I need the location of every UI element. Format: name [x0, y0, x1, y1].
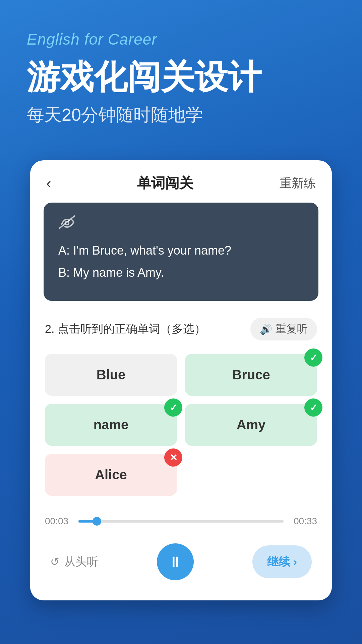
- restart-icon: ↺: [50, 555, 59, 568]
- restart-button[interactable]: ↺ 从头听: [50, 554, 98, 570]
- audio-row: 00:03 00:33: [30, 499, 332, 533]
- dialogue-box: A: I'm Bruce, what's your name? B: My na…: [44, 203, 318, 301]
- progress-track[interactable]: [78, 520, 284, 523]
- total-time: 00:33: [290, 516, 317, 527]
- answer-bruce[interactable]: Bruce ✓: [185, 354, 317, 396]
- current-time: 00:03: [45, 516, 72, 527]
- card-title: 单词闯关: [137, 174, 193, 193]
- answer-name[interactable]: name ✓: [45, 404, 177, 446]
- restart-label: 从头听: [64, 554, 98, 570]
- answer-alice[interactable]: Alice ✕: [45, 454, 177, 496]
- dialogue-line-1: A: I'm Bruce, what's your name?: [58, 241, 304, 260]
- pause-button[interactable]: ⏸: [157, 543, 194, 580]
- wrong-badge-alice: ✕: [164, 448, 182, 467]
- correct-badge-bruce: ✓: [304, 348, 322, 367]
- repeat-button[interactable]: 🔊 重复听: [250, 318, 317, 340]
- app-subtitle: English for Career: [27, 30, 335, 48]
- retry-button[interactable]: 重新练: [280, 175, 316, 192]
- answer-blue[interactable]: Blue: [45, 354, 177, 396]
- answer-amy[interactable]: Amy ✓: [185, 404, 317, 446]
- correct-badge-amy: ✓: [304, 398, 322, 417]
- progress-thumb: [93, 517, 101, 526]
- dialogue-line-2: B: My name is Amy.: [58, 263, 304, 282]
- pause-icon: ⏸: [168, 553, 183, 570]
- main-card: ‹ 单词闯关 重新练 A: I'm Bruce, what's your nam…: [30, 160, 332, 600]
- svg-point-1: [65, 221, 69, 225]
- repeat-label: 重复听: [276, 322, 308, 336]
- app-tagline: 每天20分钟随时随地学: [27, 103, 335, 127]
- bottom-controls: ↺ 从头听 ⏸ 继续 ›: [30, 533, 332, 584]
- continue-label: 继续 ›: [267, 554, 297, 570]
- question-text: 2. 点击听到的正确单词（多选）: [45, 321, 206, 337]
- card-header: ‹ 单词闯关 重新练: [30, 160, 332, 203]
- back-button[interactable]: ‹: [46, 176, 51, 191]
- speaker-icon: 🔊: [260, 323, 272, 335]
- continue-button[interactable]: 继续 ›: [252, 545, 312, 578]
- eye-off-icon: [58, 215, 304, 233]
- header-area: English for Career 游戏化闯关设计 每天20分钟随时随地学: [0, 0, 362, 147]
- app-title: 游戏化闯关设计: [27, 58, 335, 95]
- answer-grid: Blue Bruce ✓ name ✓ Amy ✓ Alice ✕: [30, 351, 332, 499]
- question-row: 2. 点击听到的正确单词（多选） 🔊 重复听: [30, 314, 332, 351]
- correct-badge-name: ✓: [164, 398, 182, 417]
